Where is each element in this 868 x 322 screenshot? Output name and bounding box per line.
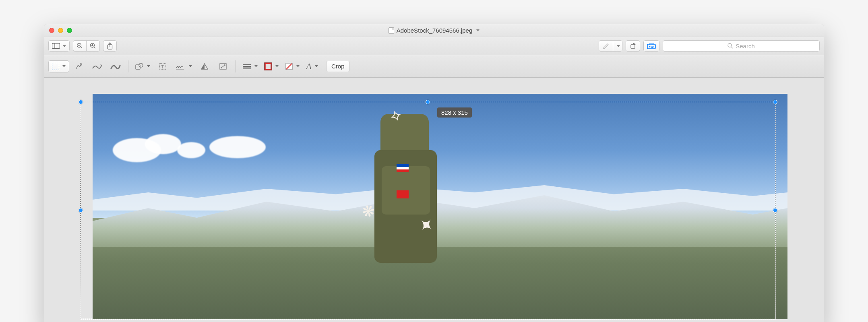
chevron-down-icon xyxy=(296,65,300,67)
sketch-tool[interactable] xyxy=(88,59,106,74)
svg-rect-19 xyxy=(136,65,140,69)
svg-rect-15 xyxy=(651,47,653,48)
svg-point-18 xyxy=(80,64,82,65)
svg-rect-30 xyxy=(265,63,271,70)
search-placeholder: Search xyxy=(736,43,755,50)
svg-rect-14 xyxy=(651,46,654,47)
text-style-tool[interactable]: A xyxy=(303,59,321,74)
svg-point-20 xyxy=(139,63,143,67)
shapes-tool[interactable] xyxy=(132,59,153,74)
window-title: AdobeStock_76094566.jpeg xyxy=(44,27,824,34)
zoom-out-button[interactable] xyxy=(73,40,87,52)
divider xyxy=(236,60,236,72)
chevron-down-icon xyxy=(62,65,66,67)
clouds-graphic xyxy=(113,126,274,174)
adjust-color-tool[interactable] xyxy=(195,59,214,74)
rotate-button[interactable] xyxy=(626,40,640,52)
search-field[interactable]: Search xyxy=(663,40,820,52)
instant-alpha-tool[interactable] xyxy=(69,59,88,74)
zoom-in-button[interactable] xyxy=(86,40,100,52)
chevron-down-icon xyxy=(275,65,279,67)
resize-handle-top-middle[interactable] xyxy=(426,100,430,104)
chevron-down-icon xyxy=(147,65,150,67)
chevron-down-icon xyxy=(63,45,66,47)
main-toolbar: Search xyxy=(44,37,824,55)
sidebar-view-button[interactable] xyxy=(48,40,70,52)
svg-line-3 xyxy=(81,47,83,49)
titlebar[interactable]: AdobeStock_76094566.jpeg xyxy=(44,24,824,37)
text-tool[interactable]: T xyxy=(153,59,172,74)
svg-line-17 xyxy=(731,47,733,48)
chevron-down-icon xyxy=(189,65,192,67)
preview-window: AdobeStock_76094566.jpeg xyxy=(44,24,824,322)
svg-line-6 xyxy=(94,47,96,49)
minimize-window-button[interactable] xyxy=(58,28,63,33)
shape-style-tool[interactable] xyxy=(239,59,261,74)
close-window-button[interactable] xyxy=(49,28,54,33)
resize-handle-middle-left[interactable] xyxy=(79,208,83,213)
search-icon xyxy=(727,43,733,49)
divider xyxy=(128,60,128,72)
rectangular-selection-tool[interactable] xyxy=(48,60,69,72)
crop-button[interactable]: Crop xyxy=(326,61,350,72)
markup-toolbar-button[interactable] xyxy=(643,40,659,52)
zoom-window-button[interactable] xyxy=(67,28,72,33)
fill-color-tool[interactable] xyxy=(282,59,303,74)
share-button[interactable] xyxy=(103,40,117,52)
text-style-icon: A xyxy=(306,61,311,72)
svg-rect-11 xyxy=(631,45,635,48)
draw-tool[interactable] xyxy=(106,59,125,74)
sign-tool[interactable] xyxy=(172,59,195,74)
selection-icon xyxy=(52,63,59,70)
svg-rect-0 xyxy=(52,43,60,49)
traffic-lights xyxy=(49,28,72,33)
svg-text:T: T xyxy=(161,64,164,70)
border-color-tool[interactable] xyxy=(261,59,282,74)
backpack-graphic: ⟡✦❋ xyxy=(358,102,451,279)
svg-point-13 xyxy=(649,46,651,47)
markup-toolbar: T A Crop xyxy=(44,55,824,78)
chevron-down-icon xyxy=(617,45,620,47)
svg-point-16 xyxy=(728,43,732,47)
resize-handle-middle-right[interactable] xyxy=(773,208,777,213)
highlight-menu-button[interactable] xyxy=(613,40,622,52)
resize-handle-top-right[interactable] xyxy=(773,100,777,104)
crop-label: Crop xyxy=(331,63,345,70)
filename-label: AdobeStock_76094566.jpeg xyxy=(397,27,473,34)
adjust-size-tool[interactable] xyxy=(214,59,232,74)
chevron-down-icon[interactable] xyxy=(476,29,479,31)
highlight-button[interactable] xyxy=(599,40,613,52)
chevron-down-icon xyxy=(315,65,318,67)
file-icon xyxy=(389,27,394,34)
resize-handle-top-left[interactable] xyxy=(79,100,83,104)
image-content[interactable]: ⟡✦❋ xyxy=(93,94,787,319)
canvas-area[interactable]: ⟡✦❋ 828 x 315 xyxy=(44,78,824,322)
chevron-down-icon xyxy=(254,65,258,67)
